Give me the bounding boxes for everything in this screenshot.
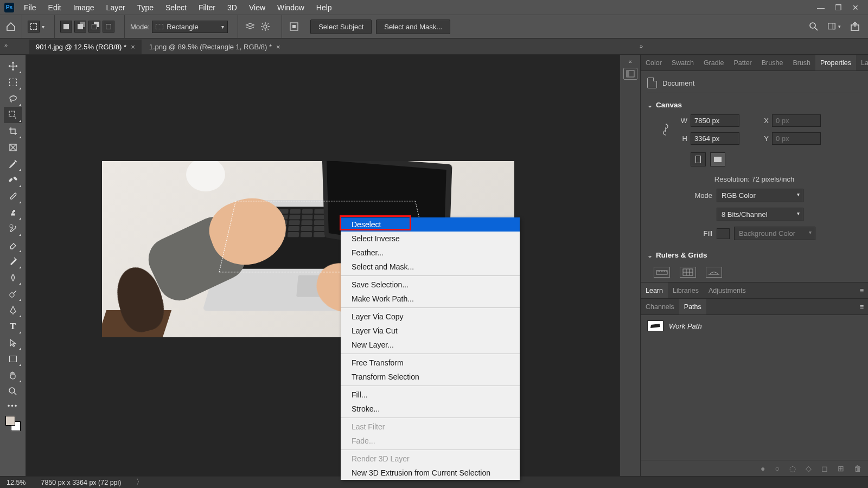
menu-view[interactable]: View — [244, 1, 271, 14]
zoom-tool-icon[interactable] — [4, 383, 22, 400]
menu-window[interactable]: Window — [272, 1, 310, 14]
canvas-area[interactable]: Deselect Select Inverse Feather... Selec… — [26, 55, 620, 476]
context-deselect[interactable]: Deselect — [341, 217, 520, 232]
search-icon[interactable] — [807, 20, 820, 33]
fill-path-icon[interactable]: ● — [761, 464, 765, 473]
panel-menu-icon[interactable]: ≡ — [856, 287, 868, 294]
context-new-3d-extrusion[interactable]: New 3D Extrusion from Current Selection — [341, 466, 520, 480]
object-selection-tool-icon[interactable] — [4, 107, 22, 123]
select-subject-icon[interactable] — [288, 20, 301, 33]
tool-preset-picker[interactable] — [28, 21, 40, 33]
add-selection-icon[interactable] — [74, 21, 86, 33]
context-new-layer[interactable]: New Layer... — [341, 338, 520, 352]
window-minimize-button[interactable]: — — [813, 2, 829, 14]
marquee-tool-icon[interactable] — [4, 74, 22, 91]
close-icon[interactable]: × — [276, 43, 280, 51]
menu-3d[interactable]: 3D — [222, 1, 242, 14]
tab-patterns[interactable]: Patter — [729, 55, 756, 70]
orientation-portrait-button[interactable] — [691, 152, 706, 166]
gradient-tool-icon[interactable] — [4, 253, 22, 269]
type-tool-icon[interactable]: T — [4, 318, 22, 335]
dodge-tool-icon[interactable] — [4, 286, 22, 302]
history-brush-tool-icon[interactable] — [4, 221, 22, 237]
menu-help[interactable]: Help — [311, 1, 337, 14]
menu-select[interactable]: Select — [160, 1, 192, 14]
window-restore-button[interactable]: ❐ — [830, 2, 846, 14]
workspace-switcher-icon[interactable]: ▾ — [828, 20, 841, 33]
close-icon[interactable]: × — [131, 43, 135, 51]
context-select-inverse[interactable]: Select Inverse — [341, 232, 520, 246]
lasso-tool-icon[interactable] — [4, 91, 22, 107]
document-tab-2[interactable]: 1.png @ 89.5% (Rectangle 1, RGB/8) *× — [143, 40, 287, 54]
window-close-button[interactable]: ✕ — [847, 2, 864, 14]
stroke-path-icon[interactable]: ○ — [775, 464, 780, 473]
expand-dock-icon[interactable]: « — [628, 58, 631, 65]
context-stroke[interactable]: Stroke... — [341, 402, 520, 416]
tab-layers[interactable]: Layers — [856, 55, 868, 70]
foreground-background-swatch[interactable] — [5, 416, 21, 431]
tab-channels[interactable]: Channels — [641, 299, 679, 314]
sample-layers-icon[interactable] — [244, 20, 257, 33]
width-input[interactable] — [691, 114, 739, 127]
document-tab-1[interactable]: 9014.jpg @ 12.5% (RGB/8) *× — [29, 40, 142, 54]
tab-brush-settings[interactable]: Brush — [788, 55, 815, 70]
brush-tool-icon[interactable] — [4, 188, 22, 204]
share-icon[interactable] — [848, 20, 861, 33]
healing-brush-tool-icon[interactable] — [4, 172, 22, 188]
new-selection-icon[interactable] — [60, 21, 72, 33]
expand-panels-icon[interactable]: » — [4, 42, 8, 48]
subtract-selection-icon[interactable] — [88, 21, 100, 33]
hand-tool-icon[interactable] — [4, 367, 22, 383]
menu-edit[interactable]: Edit — [43, 1, 67, 14]
eyedropper-tool-icon[interactable] — [4, 156, 22, 172]
color-mode-select[interactable]: RGB Color — [717, 189, 803, 202]
settings-gear-icon[interactable] — [259, 20, 272, 33]
context-fill[interactable]: Fill... — [341, 388, 520, 402]
tab-paths[interactable]: Paths — [679, 299, 706, 314]
link-dimensions-icon[interactable] — [652, 122, 680, 137]
context-transform-selection[interactable]: Transform Selection — [341, 370, 520, 384]
menu-type[interactable]: Type — [132, 1, 159, 14]
menu-filter[interactable]: Filter — [193, 1, 221, 14]
select-subject-button[interactable]: Select Subject — [310, 20, 372, 34]
orientation-landscape-button[interactable] — [710, 152, 725, 166]
menu-layer[interactable]: Layer — [101, 1, 131, 14]
path-item[interactable]: Work Path — [646, 318, 863, 333]
fill-swatch[interactable] — [717, 228, 730, 239]
path-selection-tool-icon[interactable] — [4, 335, 22, 351]
context-feather[interactable]: Feather... — [341, 246, 520, 260]
bit-depth-select[interactable]: 8 Bits/Channel — [717, 208, 803, 221]
add-mask-icon[interactable]: ◻ — [821, 464, 828, 473]
eraser-tool-icon[interactable] — [4, 237, 22, 253]
panel-menu-icon[interactable]: ≡ — [856, 303, 868, 311]
height-input[interactable] — [691, 132, 739, 145]
collapse-panels-icon[interactable]: » — [640, 43, 643, 49]
intersect-selection-icon[interactable] — [103, 21, 114, 33]
menu-file[interactable]: File — [18, 1, 42, 14]
menu-image[interactable]: Image — [68, 1, 100, 14]
history-panel-icon[interactable] — [623, 68, 637, 80]
context-make-work-path[interactable]: Make Work Path... — [341, 292, 520, 306]
context-select-and-mask[interactable]: Select and Mask... — [341, 260, 520, 274]
tab-properties[interactable]: Properties — [815, 55, 856, 70]
guides-icon[interactable] — [706, 267, 722, 278]
edit-toolbar-icon[interactable]: ••• — [4, 400, 22, 412]
section-canvas[interactable]: Canvas — [647, 101, 861, 109]
context-layer-via-copy[interactable]: Layer Via Copy — [341, 310, 520, 324]
make-work-path-icon[interactable]: ◇ — [806, 464, 812, 473]
tab-learn[interactable]: Learn — [641, 282, 668, 298]
tab-swatches[interactable]: Swatch — [667, 55, 699, 70]
blur-tool-icon[interactable] — [4, 269, 22, 286]
context-free-transform[interactable]: Free Transform — [341, 356, 520, 370]
delete-path-icon[interactable]: 🗑 — [854, 464, 861, 473]
context-layer-via-cut[interactable]: Layer Via Cut — [341, 324, 520, 338]
tab-color[interactable]: Color — [641, 55, 667, 70]
pen-tool-icon[interactable] — [4, 302, 22, 318]
tab-brushes[interactable]: Brushe — [757, 55, 788, 70]
select-and-mask-button[interactable]: Select and Mask... — [376, 20, 450, 34]
tab-gradients[interactable]: Gradie — [699, 55, 729, 70]
tab-adjustments[interactable]: Adjustments — [704, 282, 751, 298]
crop-tool-icon[interactable] — [4, 123, 22, 139]
move-tool-icon[interactable] — [4, 58, 22, 74]
home-icon[interactable] — [4, 20, 17, 33]
